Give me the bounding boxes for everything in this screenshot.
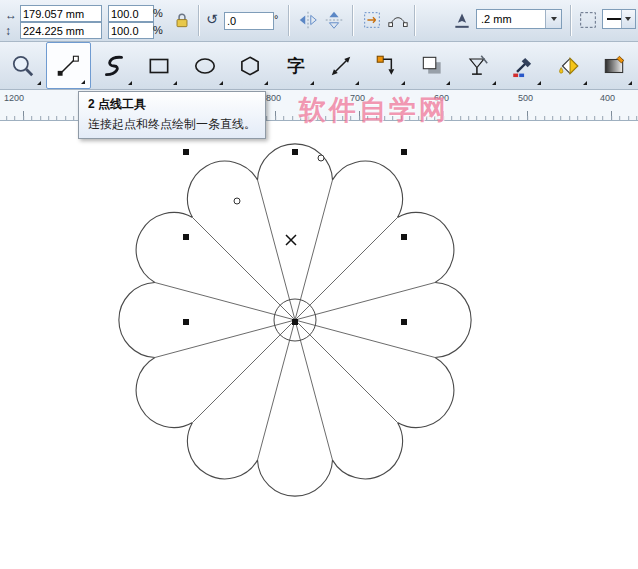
flyout-arrow-icon bbox=[219, 81, 223, 85]
toolbox-bar: 字 bbox=[0, 42, 638, 90]
rotation-angle-input[interactable] bbox=[224, 12, 274, 30]
flyout-arrow-icon bbox=[37, 81, 41, 85]
y-position-icon: ↕ bbox=[5, 25, 11, 37]
artistic-media-tool[interactable] bbox=[91, 42, 137, 89]
mirror-vertical-icon bbox=[323, 9, 345, 31]
mirror-horizontal-button[interactable] bbox=[296, 8, 320, 32]
shadow-tool[interactable] bbox=[410, 42, 456, 89]
curve-node[interactable] bbox=[318, 155, 324, 161]
scale-width-input[interactable] bbox=[108, 5, 154, 22]
ellipse-tool[interactable] bbox=[182, 42, 228, 89]
outline-width-icon bbox=[452, 11, 472, 35]
polygon-tool[interactable] bbox=[228, 42, 274, 89]
flyout-arrow-icon bbox=[583, 81, 587, 85]
selection-center-marker[interactable] bbox=[286, 235, 296, 245]
flyout-arrow-icon bbox=[628, 81, 632, 85]
flyout-arrow-icon bbox=[446, 81, 450, 85]
separator bbox=[352, 5, 353, 36]
mirror-horizontal-icon bbox=[297, 9, 319, 31]
selection-handle[interactable] bbox=[401, 319, 407, 325]
extrude-icon bbox=[465, 53, 491, 79]
eyedropper-icon bbox=[510, 53, 536, 79]
chevron-down-icon bbox=[625, 17, 631, 21]
wrap-text-button[interactable] bbox=[360, 8, 384, 32]
x-position-icon: ↔ bbox=[5, 9, 17, 21]
wrap-text-icon bbox=[361, 9, 383, 31]
extrude-tool[interactable] bbox=[455, 42, 501, 89]
tooltip-title: 2 点线工具 bbox=[88, 96, 256, 113]
ruler-label: 400 bbox=[600, 93, 615, 103]
flyout-arrow-icon bbox=[492, 81, 496, 85]
x-position-input[interactable] bbox=[20, 5, 102, 22]
lock-icon bbox=[172, 10, 192, 30]
selection-handle[interactable] bbox=[183, 319, 189, 325]
mirror-vertical-button[interactable] bbox=[322, 8, 346, 32]
text-icon: 字 bbox=[283, 53, 309, 79]
ruler-label: 800 bbox=[266, 93, 281, 103]
line-style-dropdown-button[interactable] bbox=[621, 10, 636, 28]
tool-tooltip: 2 点线工具 连接起点和终点绘制一条直线。 bbox=[78, 91, 266, 139]
border-style-button[interactable] bbox=[576, 8, 600, 32]
ruler-label: 500 bbox=[518, 93, 533, 103]
rectangle-icon bbox=[146, 53, 172, 79]
scale-height-input[interactable] bbox=[108, 22, 154, 39]
color-eyedropper-tool[interactable] bbox=[501, 42, 547, 89]
selection-handle[interactable] bbox=[183, 149, 189, 155]
zoom-tool[interactable] bbox=[0, 42, 46, 89]
ruler-label: 600 bbox=[434, 93, 449, 103]
convert-to-curves-icon bbox=[387, 9, 409, 31]
rotate-icon: ↺ bbox=[206, 13, 218, 25]
flyout-arrow-icon bbox=[401, 81, 405, 85]
text-tool[interactable]: 字 bbox=[273, 42, 319, 89]
dimension-icon bbox=[328, 53, 354, 79]
flyout-arrow-icon bbox=[128, 81, 132, 85]
flyout-arrow-icon bbox=[81, 80, 85, 84]
property-bar: ↔ ↕ % % ↺ ° bbox=[0, 0, 638, 42]
scale-width-percent-label: % bbox=[153, 7, 163, 19]
convert-to-curves-button[interactable] bbox=[386, 8, 410, 32]
shadow-icon bbox=[419, 53, 445, 79]
ruler-label: 1200 bbox=[4, 93, 24, 103]
flyout-arrow-icon bbox=[537, 81, 541, 85]
y-position-input[interactable] bbox=[20, 22, 102, 39]
zoom-icon bbox=[10, 53, 36, 79]
two-point-line-tool[interactable] bbox=[46, 42, 92, 89]
separator bbox=[198, 5, 199, 36]
degree-label: ° bbox=[274, 13, 278, 25]
interactive-fill-icon bbox=[601, 53, 627, 79]
lock-ratio-button[interactable] bbox=[170, 8, 194, 32]
selection-handle[interactable] bbox=[401, 234, 407, 240]
selection-handle[interactable] bbox=[292, 319, 298, 325]
selection-handle[interactable] bbox=[183, 234, 189, 240]
outline-width-select[interactable]: .2 mm bbox=[476, 9, 562, 29]
separator bbox=[288, 5, 289, 36]
selection-handle[interactable] bbox=[292, 149, 298, 155]
smart-fill-tool[interactable] bbox=[546, 42, 592, 89]
polygon-icon bbox=[237, 53, 263, 79]
interactive-fill-tool[interactable] bbox=[592, 42, 638, 89]
connector-tool[interactable] bbox=[364, 42, 410, 89]
svg-text:字: 字 bbox=[287, 55, 305, 75]
tooltip-description: 连接起点和终点绘制一条直线。 bbox=[88, 116, 256, 133]
artistic-media-icon bbox=[101, 53, 127, 79]
drawing-svg[interactable] bbox=[0, 121, 638, 569]
scale-height-percent-label: % bbox=[153, 24, 163, 36]
ruler-label: 700 bbox=[350, 93, 365, 103]
separator bbox=[570, 5, 571, 36]
two-point-line-icon bbox=[55, 53, 81, 79]
flyout-arrow-icon bbox=[264, 81, 268, 85]
outline-width-value: .2 mm bbox=[477, 13, 545, 25]
line-style-swatch bbox=[607, 18, 621, 20]
selection-handle[interactable] bbox=[401, 149, 407, 155]
connector-icon bbox=[374, 53, 400, 79]
ellipse-icon bbox=[192, 53, 218, 79]
outline-width-dropdown-button[interactable] bbox=[545, 10, 561, 28]
line-style-select[interactable] bbox=[602, 9, 636, 29]
separator bbox=[414, 5, 415, 36]
flyout-arrow-icon bbox=[173, 81, 177, 85]
rectangle-tool[interactable] bbox=[137, 42, 183, 89]
dashed-square-icon bbox=[577, 9, 599, 31]
dimension-tool[interactable] bbox=[319, 42, 365, 89]
chevron-down-icon bbox=[551, 17, 557, 21]
curve-node[interactable] bbox=[234, 198, 240, 204]
